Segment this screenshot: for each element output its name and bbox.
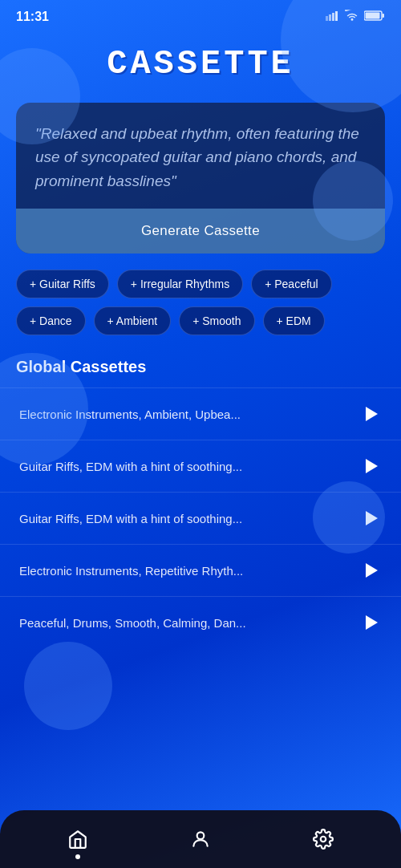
cassette-item-5[interactable]: Peaceful, Drums, Smooth, Calming, Dan...: [0, 596, 401, 648]
cassette-label-5: Peaceful, Drums, Smooth, Calming, Dan...: [19, 616, 359, 630]
svg-point-13: [321, 837, 326, 842]
profile-icon: [190, 829, 211, 850]
tags-section: + Guitar Riffs + Irregular Rhythms + Pea…: [0, 270, 401, 351]
svg-point-12: [197, 832, 205, 839]
status-bar: 11:31: [0, 0, 401, 29]
nav-profile[interactable]: [174, 822, 227, 856]
svg-marker-10: [366, 563, 378, 578]
cassette-item-2[interactable]: Guitar Riffs, EDM with a hint of soothin…: [0, 440, 401, 492]
svg-marker-7: [366, 407, 378, 421]
home-icon: [67, 829, 88, 850]
svg-rect-5: [383, 14, 385, 18]
svg-rect-6: [366, 13, 380, 19]
cassette-label-3: Guitar Riffs, EDM with a hint of soothin…: [19, 512, 359, 525]
tag-irregular-rhythms[interactable]: + Irregular Rhythms: [117, 270, 243, 298]
cassette-item-1[interactable]: Electronic Instruments, Ambient, Upbea..…: [0, 387, 401, 440]
play-icon-2[interactable]: [359, 455, 382, 477]
quote-section: "Relaxed and upbeat rhythm, often featur…: [16, 103, 385, 209]
cassette-label-1: Electronic Instruments, Ambient, Upbea..…: [19, 408, 359, 421]
play-icon-4[interactable]: [359, 559, 382, 582]
svg-rect-3: [335, 11, 338, 21]
gear-icon: [313, 829, 334, 850]
cassette-label-2: Guitar Riffs, EDM with a hint of soothin…: [19, 460, 359, 473]
tag-edm[interactable]: + EDM: [263, 306, 325, 335]
tag-peaceful[interactable]: + Peaceful: [251, 270, 332, 298]
section-title: Global Cassettes: [0, 351, 401, 387]
app-title: CASSETTE: [0, 29, 401, 103]
svg-marker-9: [366, 511, 378, 525]
tag-ambient[interactable]: + Ambient: [94, 306, 172, 335]
svg-rect-0: [326, 16, 328, 21]
status-icons: [326, 10, 385, 24]
quote-text: "Relaxed and upbeat rhythm, often featur…: [35, 122, 366, 193]
tag-smooth[interactable]: + Smooth: [179, 306, 254, 335]
play-icon-3[interactable]: [359, 507, 382, 529]
main-card: "Relaxed and upbeat rhythm, often featur…: [16, 103, 385, 254]
cassette-list: Electronic Instruments, Ambient, Upbea..…: [0, 387, 401, 648]
svg-marker-11: [366, 615, 378, 630]
nav-settings[interactable]: [297, 822, 350, 856]
cassette-item-3[interactable]: Guitar Riffs, EDM with a hint of soothin…: [0, 492, 401, 544]
svg-marker-8: [366, 459, 378, 473]
wifi-icon: [345, 10, 359, 24]
svg-rect-2: [332, 13, 334, 21]
generate-cassette-button[interactable]: Generate Cassette: [16, 209, 385, 254]
tag-guitar-riffs[interactable]: + Guitar Riffs: [16, 270, 109, 298]
battery-icon: [364, 10, 385, 24]
play-icon-5[interactable]: [359, 611, 382, 634]
status-time: 11:31: [16, 10, 49, 24]
cassette-label-4: Electronic Instruments, Repetitive Rhyth…: [19, 564, 359, 578]
play-icon-1[interactable]: [359, 403, 382, 425]
cassette-item-4[interactable]: Electronic Instruments, Repetitive Rhyth…: [0, 544, 401, 596]
bottom-nav: [0, 810, 401, 868]
signal-icon: [326, 10, 340, 24]
svg-rect-1: [329, 14, 331, 21]
nav-home[interactable]: [51, 822, 104, 856]
tag-dance[interactable]: + Dance: [16, 306, 86, 335]
